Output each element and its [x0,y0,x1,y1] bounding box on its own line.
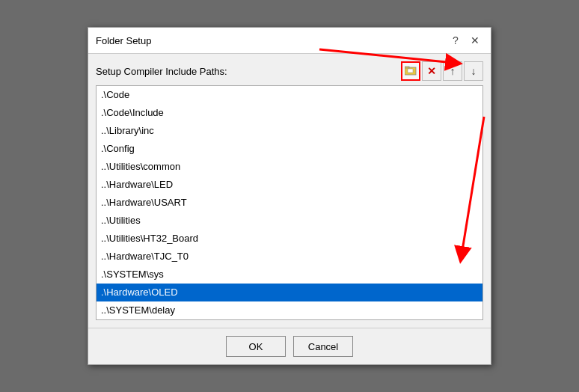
svg-rect-2 [408,69,413,73]
toolbar-label: Setup Compiler Include Paths: [96,66,227,77]
list-item[interactable]: .\Config [96,140,482,158]
close-button[interactable]: ✕ [467,32,483,49]
list-item[interactable]: ..\Hardware\TJC_T0 [96,248,482,266]
list-item[interactable]: ..\Utilities\common [96,158,482,176]
list-item[interactable]: ..\Utilities\HT32_Board [96,230,482,248]
toolbar-row: Setup Compiler Include Paths: [96,61,483,81]
dialog-footer: OK Cancel [88,328,491,364]
ok-button[interactable]: OK [226,336,286,357]
title-bar-controls: ? ✕ [447,32,483,49]
move-up-icon: ↑ [450,65,456,77]
list-item[interactable]: .\SYSTEM\sys [96,266,482,284]
help-button[interactable]: ? [447,32,464,49]
list-item[interactable]: ..\Hardware\USART [96,194,482,212]
list-item[interactable]: ..\SYSTEM\delay [96,301,482,319]
svg-rect-1 [405,67,409,68]
delete-icon: ✕ [427,65,436,77]
list-item[interactable]: .\Hardware\OLED [96,284,482,301]
list-item[interactable]: ..\Library\inc [96,122,482,140]
dialog-body: Setup Compiler Include Paths: [88,54,491,328]
list-item[interactable]: .\Code\Include [96,104,482,122]
title-bar-left: Folder Setup [96,35,151,46]
add-folder-icon [405,65,417,78]
move-down-button[interactable]: ↓ [464,61,483,81]
dialog-title: Folder Setup [96,35,151,46]
title-bar: Folder Setup ? ✕ [88,28,491,54]
move-up-button[interactable]: ↑ [443,61,462,81]
toolbar-buttons: ✕ ↑ ↓ [401,61,483,81]
include-paths-list[interactable]: .\Code.\Code\Include..\Library\inc.\Conf… [96,85,483,320]
add-folder-button[interactable] [401,61,420,81]
list-item[interactable]: ..\Hardware\LED [96,176,482,194]
delete-button[interactable]: ✕ [422,61,441,81]
folder-setup-dialog: Folder Setup ? ✕ Setup Compiler Include … [88,27,491,365]
move-down-icon: ↓ [471,65,477,77]
list-item[interactable]: .\Code [96,86,482,104]
list-item[interactable]: ..\Utilities [96,212,482,230]
cancel-button[interactable]: Cancel [293,336,353,357]
